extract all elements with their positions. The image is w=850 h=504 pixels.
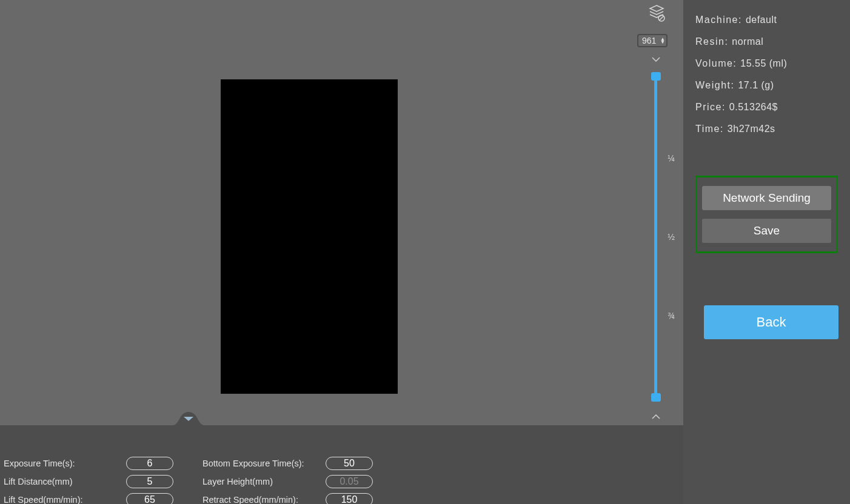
layer-slider-track[interactable]: [654, 75, 657, 399]
chevron-up-icon[interactable]: [652, 411, 660, 422]
action-buttons-group: Network Sending Save: [695, 176, 838, 253]
bottom-exposure-label: Bottom Exposure Time(s):: [202, 459, 326, 468]
layer-number-value: 961: [642, 36, 656, 45]
layers-icon[interactable]: [647, 4, 666, 23]
retract-speed-input[interactable]: 150: [326, 493, 373, 504]
network-sending-button[interactable]: Network Sending: [702, 186, 831, 210]
lift-speed-label: Lift Speed(mm/min):: [4, 495, 126, 504]
preview-area: 961 ▲▼ ¼ ½ ¾: [0, 0, 683, 425]
back-button[interactable]: Back: [704, 305, 838, 339]
exposure-time-input[interactable]: 6: [126, 457, 173, 470]
panel-toggle-tab[interactable]: [173, 412, 204, 425]
lift-distance-input[interactable]: 5: [126, 475, 173, 488]
layer-height-label: Layer Height(mm): [202, 477, 326, 486]
retract-speed-label: Retract Speed(mm/min):: [202, 495, 326, 504]
lift-distance-label: Lift Distance(mm): [4, 477, 126, 486]
info-sidebar: Machine: default Resin: normal Volume: 1…: [683, 0, 850, 504]
save-button[interactable]: Save: [702, 219, 831, 243]
layer-number-input[interactable]: 961 ▲▼: [637, 34, 668, 47]
layer-slider-handle-top[interactable]: [651, 72, 661, 81]
layer-slider-handle-bottom[interactable]: [651, 393, 661, 402]
volume-info: Volume: 15.55 (ml): [695, 58, 838, 69]
machine-info: Machine: default: [695, 15, 838, 25]
lift-speed-input[interactable]: 65: [126, 493, 173, 504]
slider-mark-quarter: ¼: [668, 153, 675, 163]
time-info: Time: 3h27m42s: [695, 124, 838, 134]
layer-height-input: 0.05: [326, 475, 373, 488]
bottom-exposure-input[interactable]: 50: [326, 457, 373, 470]
spinner-arrows[interactable]: ▲▼: [660, 38, 665, 44]
slice-preview[interactable]: [221, 79, 398, 394]
parameters-panel: Exposure Time(s): 6 Bottom Exposure Time…: [0, 425, 683, 504]
chevron-down-icon[interactable]: [652, 53, 660, 64]
exposure-time-label: Exposure Time(s):: [4, 459, 126, 468]
price-info: Price: 0.513264$: [695, 102, 838, 113]
weight-info: Weight: 17.1 (g): [695, 80, 838, 91]
slider-mark-three-quarter: ¾: [668, 311, 675, 320]
slider-mark-half: ½: [668, 232, 675, 242]
resin-info: Resin: normal: [695, 36, 838, 47]
